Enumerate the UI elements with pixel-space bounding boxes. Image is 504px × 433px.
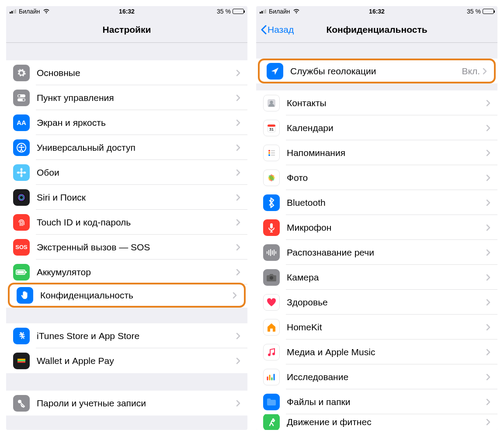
row-label: Аккумулятор xyxy=(37,267,236,277)
privacy-row-camera[interactable]: Камера xyxy=(256,265,497,290)
row-label: Экстренный вызов — SOS xyxy=(37,242,236,253)
svg-point-8 xyxy=(21,174,23,177)
chevron-right-icon xyxy=(486,299,490,306)
toggles-icon xyxy=(13,90,30,106)
privacy-row-location[interactable]: Службы геолокацииВкл. xyxy=(258,59,496,83)
row-label: Универсальный доступ xyxy=(37,142,236,153)
row-label: Контакты xyxy=(287,98,486,108)
back-label: Назад xyxy=(268,24,294,35)
privacy-row-fitness[interactable]: Движение и фитнес xyxy=(256,414,497,430)
chevron-right-icon xyxy=(236,169,240,176)
row-label: iTunes Store и App Store xyxy=(37,331,236,341)
heart-icon xyxy=(263,294,280,311)
settings-row-gear[interactable]: Основные xyxy=(6,60,247,85)
row-label: Камера xyxy=(287,272,486,283)
row-label: Пароли и учетные записи xyxy=(37,398,236,409)
signal-icon xyxy=(260,9,266,14)
privacy-row-folder[interactable]: Файлы и папки xyxy=(256,389,497,414)
svg-point-45 xyxy=(268,353,271,356)
chevron-right-icon xyxy=(486,324,490,331)
battery-label: 35 % xyxy=(467,8,481,15)
chevron-right-icon xyxy=(236,69,240,76)
calendar-icon: 31 xyxy=(263,120,280,136)
privacy-row-bt[interactable]: Bluetooth xyxy=(256,190,497,215)
battery-icon xyxy=(233,9,244,14)
key-icon xyxy=(13,395,30,412)
sos-icon: SOS xyxy=(13,239,30,256)
row-label: Обои xyxy=(37,167,236,178)
svg-rect-16 xyxy=(25,271,27,273)
svg-point-27 xyxy=(268,150,270,152)
chevron-right-icon xyxy=(486,174,490,181)
status-bar: Билайн 16:32 35 % xyxy=(256,6,497,17)
chevron-right-icon xyxy=(486,149,490,156)
hand-icon xyxy=(17,287,33,304)
svg-rect-25 xyxy=(268,125,275,127)
row-label: Конфиденциальность xyxy=(40,290,233,301)
chevron-right-icon xyxy=(236,94,240,101)
carrier-label: Билайн xyxy=(269,8,290,15)
settings-row-access[interactable]: Универсальный доступ xyxy=(6,135,247,160)
privacy-row-home[interactable]: HomeKit xyxy=(256,315,497,339)
battery-icon xyxy=(483,9,494,14)
settings-row-key[interactable]: Пароли и учетные записи xyxy=(6,391,247,416)
chevron-right-icon xyxy=(486,419,490,426)
settings-row-wallet[interactable]: Wallet и Apple Pay xyxy=(6,348,247,373)
flower-icon xyxy=(13,164,30,181)
privacy-row-music[interactable]: Медиа и Apple Music xyxy=(256,339,497,364)
chevron-right-icon xyxy=(236,333,240,339)
privacy-row-mic[interactable]: Микрофон xyxy=(256,215,497,240)
privacy-row-contacts[interactable]: Контакты xyxy=(256,90,497,115)
photos-icon xyxy=(263,170,280,186)
settings-row-hand[interactable]: Конфиденциальность xyxy=(8,283,246,308)
svg-rect-18 xyxy=(17,359,25,360)
privacy-row-research[interactable]: Исследование xyxy=(256,364,497,389)
wifi-icon xyxy=(43,9,50,14)
row-label: Siri и Поиск xyxy=(37,192,236,203)
reminders-icon xyxy=(263,145,280,161)
settings-row-sos[interactable]: SOSЭкстренный вызов — SOS xyxy=(6,235,247,260)
page-title: Настройки xyxy=(6,24,247,35)
svg-text:31: 31 xyxy=(269,127,274,132)
svg-rect-30 xyxy=(271,150,275,151)
status-bar: Билайн 16:32 35 % xyxy=(6,6,247,17)
battery-label: 35 % xyxy=(217,8,231,15)
svg-point-46 xyxy=(272,353,275,355)
chevron-right-icon xyxy=(486,374,490,381)
settings-row-flower[interactable]: Обои xyxy=(6,160,247,185)
row-label: Bluetooth xyxy=(287,197,486,208)
siri-icon xyxy=(13,189,30,206)
svg-point-44 xyxy=(270,276,273,280)
chevron-right-icon xyxy=(236,144,240,151)
svg-point-3 xyxy=(23,99,25,101)
privacy-row-reminders[interactable]: Напоминания xyxy=(256,140,497,165)
svg-rect-31 xyxy=(271,152,275,153)
settings-row-AA[interactable]: AAЭкран и яркость xyxy=(6,110,247,135)
chevron-right-icon xyxy=(236,357,240,364)
access-icon xyxy=(13,139,30,156)
privacy-row-wave[interactable]: Распознавание речи xyxy=(256,240,497,265)
row-label: Основные xyxy=(37,68,236,78)
chevron-right-icon xyxy=(236,244,240,251)
privacy-row-heart[interactable]: Здоровье xyxy=(256,290,497,315)
row-label: Напоминания xyxy=(287,148,486,158)
svg-rect-15 xyxy=(17,271,24,274)
back-button[interactable]: Назад xyxy=(261,24,294,35)
svg-point-28 xyxy=(268,152,270,154)
settings-row-finger[interactable]: Touch ID и код-пароль xyxy=(6,210,247,235)
settings-row-siri[interactable]: Siri и Поиск xyxy=(6,185,247,210)
privacy-row-photos[interactable]: Фото xyxy=(256,165,497,190)
settings-row-appstore[interactable]: iTunes Store и App Store xyxy=(6,323,247,348)
svg-rect-20 xyxy=(17,361,25,363)
privacy-row-calendar[interactable]: 31Календари xyxy=(256,115,497,140)
chevron-right-icon xyxy=(486,125,490,132)
settings-row-battery[interactable]: Аккумулятор xyxy=(6,260,247,284)
row-label: Исследование xyxy=(287,372,486,382)
settings-row-toggles[interactable]: Пункт управления xyxy=(6,85,247,110)
bt-icon xyxy=(263,194,280,211)
row-label: Службы геолокации xyxy=(290,66,462,76)
row-label: Фото xyxy=(287,173,486,183)
contacts-icon xyxy=(263,95,280,111)
row-label: Микрофон xyxy=(287,222,486,233)
row-label: Распознавание речи xyxy=(287,247,486,258)
